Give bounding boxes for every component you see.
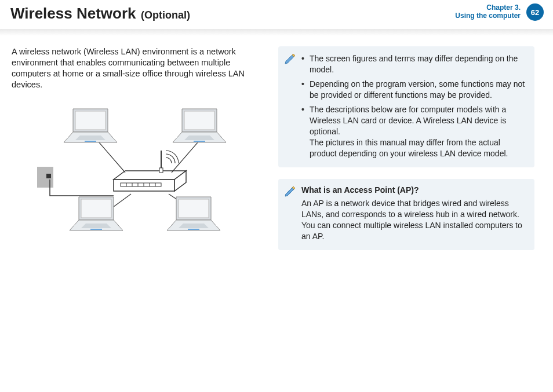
- laptop-icon: [173, 109, 226, 142]
- page-subtitle: (Optional): [141, 9, 190, 21]
- note-list: The screen figures and terms may differ …: [301, 53, 525, 159]
- page-title: Wireless Network: [10, 5, 136, 23]
- router-icon: [114, 151, 186, 191]
- header-divider: [0, 29, 553, 37]
- note-text: The descriptions below are for computer …: [310, 105, 506, 136]
- svg-rect-18: [188, 229, 199, 230]
- chapter-label: Chapter 3. Using the computer: [455, 3, 521, 20]
- svg-line-11: [95, 138, 125, 173]
- pencil-note-icon: [284, 185, 297, 200]
- laptop-icon: [167, 197, 220, 230]
- pencil-note-icon: [284, 52, 297, 68]
- page-number: 62: [531, 8, 539, 17]
- chapter-name: Using the computer: [455, 12, 521, 20]
- intro-paragraph: A wireless network (Wireless LAN) enviro…: [12, 46, 262, 90]
- info-title: What is an Access Point (AP)?: [301, 185, 525, 196]
- laptop-icon: [64, 109, 117, 142]
- content-area: A wireless network (Wireless LAN) enviro…: [0, 37, 553, 250]
- note-text: The screen figures and terms may differ …: [310, 54, 518, 74]
- svg-rect-15: [85, 141, 96, 142]
- note-item: The descriptions below are for computer …: [301, 104, 525, 159]
- note-item: The screen figures and terms may differ …: [301, 53, 525, 75]
- chapter-number: Chapter 3.: [455, 3, 521, 12]
- network-diagram: [27, 98, 247, 232]
- svg-rect-1: [46, 174, 51, 178]
- laptop-icon: [70, 197, 123, 230]
- svg-line-12: [172, 138, 202, 173]
- right-column: The screen figures and terms may differ …: [278, 46, 534, 250]
- info-body: An AP is a network device that bridges w…: [301, 198, 525, 242]
- page-header: Wireless Network (Optional) Chapter 3. U…: [0, 0, 553, 29]
- note-box: The screen figures and terms may differ …: [278, 46, 534, 167]
- left-column: A wireless network (Wireless LAN) enviro…: [12, 46, 262, 250]
- svg-rect-10: [159, 168, 163, 173]
- network-diagram-svg: [27, 98, 247, 232]
- svg-rect-16: [194, 141, 205, 142]
- svg-rect-17: [90, 229, 102, 230]
- page-number-badge: 62: [526, 3, 544, 21]
- note-text: Depending on the program version, some f…: [310, 79, 525, 100]
- note-subtext: The pictures in this manual may differ f…: [310, 137, 525, 159]
- note-item: Depending on the program version, some f…: [301, 79, 525, 101]
- info-box: What is an Access Point (AP)? An AP is a…: [278, 179, 534, 250]
